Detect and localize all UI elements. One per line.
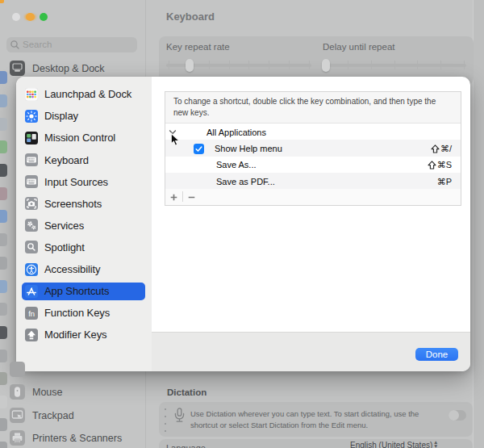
svg-text:fn: fn [28,308,35,317]
